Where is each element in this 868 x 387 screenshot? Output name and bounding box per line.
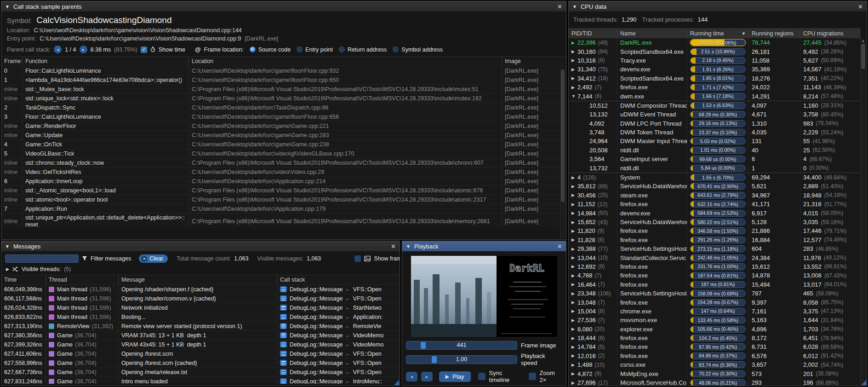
collapse-icon[interactable]: ▼ xyxy=(406,244,411,249)
process-row[interactable]: 3,564 GameInput server 69.68 us (0.00%) … xyxy=(569,155,861,163)
expand-icon[interactable]: ▼ xyxy=(571,94,577,98)
process-row[interactable]: 3,748 DWM Token Thread 23.37 ms (0.10%) … xyxy=(569,128,861,137)
message-row[interactable]: 606,117,568ns Main thread (31,596) Openi… xyxy=(1,294,400,303)
next-parent-button[interactable]: ▸ xyxy=(80,46,87,53)
process-row[interactable]: 20,508 ntdll.dll 1.01 ms (0.00%) 40 25 (… xyxy=(569,146,861,155)
collapse-icon[interactable]: ▼ xyxy=(5,4,10,9)
message-callstack[interactable]: DebugLog::Message ← VideoMemo xyxy=(277,331,400,340)
process-row[interactable]: ▶ 15,004 (8) chrome.exe 147 ms (0.64%) 7… xyxy=(569,307,861,316)
expand-icon[interactable]: ▶ xyxy=(571,371,577,376)
sync-timeline-checkbox[interactable] xyxy=(478,373,485,380)
message-callstack[interactable]: DebugLog::Message ← VFS::Open xyxy=(277,368,400,376)
expand-icon[interactable]: ▶ xyxy=(6,267,9,271)
process-row[interactable]: ▶ 10,316 (9) Tracy.exe 2.18 s (9.45%) 11… xyxy=(569,56,861,65)
process-row[interactable]: ▶ 4,768 (7) firefox.exe 187.54 ms (0.81%… xyxy=(569,271,861,280)
process-row[interactable]: 10,512 DWM Compositor Thread 1.53 s (6.6… xyxy=(569,101,861,110)
expand-icon[interactable]: ▶ xyxy=(571,291,577,296)
expand-icon[interactable]: ▶ xyxy=(571,49,577,54)
column-header-name[interactable]: Name xyxy=(617,29,687,38)
expand-icon[interactable]: ▶ xyxy=(571,363,577,367)
zoom-2x-checkbox[interactable] xyxy=(529,373,536,380)
expand-icon[interactable]: ▶ xyxy=(571,345,577,349)
callstack-row[interactable]: inline std::_Mutex_base::lock C:\Program… xyxy=(1,85,566,94)
callstack-row[interactable]: 7 Application::Run C:\Users\wolf\Desktop… xyxy=(1,204,566,214)
expand-icon[interactable]: ▶ xyxy=(571,309,577,313)
process-row[interactable]: ▶ 22,396 (49) DarkRL.exe 14.33 s (62.06%… xyxy=(569,38,861,47)
prev-parent-button[interactable]: ◂ xyxy=(54,46,62,53)
callstack-row[interactable]: 0 Floor::CalcLightNoLuminance C:\Users\w… xyxy=(1,66,566,75)
frame-image-slider[interactable]: 441 xyxy=(406,341,517,350)
callstack-row[interactable]: 6 Application::InnerLoop C:\Users\wolf\D… xyxy=(1,177,566,186)
callstack-row[interactable]: inline std::atomic<bool>::operator bool … xyxy=(1,195,566,204)
expand-icon[interactable]: ▶ xyxy=(571,76,577,81)
playback-speed-slider[interactable]: 1.00 xyxy=(406,355,517,364)
process-row[interactable]: 13,132 uDWM Event Thread 68.29 ms (0.30%… xyxy=(569,110,861,119)
message-row[interactable]: 627,831,246ns Game (36,704) Intro menu l… xyxy=(1,377,400,384)
expand-icon[interactable]: ▶ xyxy=(571,184,577,189)
column-header-regions[interactable]: Running regions xyxy=(749,29,800,38)
expand-icon[interactable]: ▶ xyxy=(571,67,577,72)
location-path[interactable]: C:\Users\wolf\Desktop\darkrl\src\game\vi… xyxy=(34,27,242,34)
column-header-frame[interactable]: Frame xyxy=(1,57,23,66)
process-row[interactable]: ▶ 13,048 (7) firefox.exe 154.28 ms (0.67… xyxy=(569,298,861,306)
frame-location-radio[interactable]: Source code xyxy=(250,46,291,53)
message-callstack[interactable]: DebugLog::Message ← VFS::Open xyxy=(277,349,400,358)
message-callstack[interactable]: DebugLog::Message ← VFS::Open xyxy=(277,358,400,367)
process-row[interactable]: ▶ 2,492 (7) firefox.exe 1.71 s (7.42%) 2… xyxy=(569,83,861,92)
process-row[interactable]: ▶ 8,080 (20) explorer.exe 105.66 ms (0.4… xyxy=(569,325,861,334)
process-row[interactable]: 4,092 DWM LPC Port Thread 29.16 ms (0.13… xyxy=(569,119,861,128)
cpu-scrollbar[interactable]: ▲ xyxy=(860,38,866,385)
process-row[interactable]: ▶ 30,456 (25) steam.exe 643.61 ms (2.79%… xyxy=(569,191,861,200)
expand-icon[interactable]: ▶ xyxy=(571,58,577,63)
callstack-row[interactable]: 2 TaskDispatch::Sync C:\Users\wolf\Deskt… xyxy=(1,103,566,112)
frame-location-radio[interactable]: Return address xyxy=(339,46,387,53)
process-row[interactable]: ▶ 15,652 (43) ServiceHub.DataWarehou 580… xyxy=(569,218,861,226)
entry-point-path[interactable]: C:\Users\wolf\Desktop\darkrl\src\game\vi… xyxy=(40,35,241,42)
scrollbar-thumb[interactable] xyxy=(861,44,865,69)
process-row[interactable]: ▶ 4 (126) System 1.55 s (6.70%) 69,294 3… xyxy=(569,173,861,182)
process-row[interactable]: ▶ 4,872 (9) MsMpEng.exe 70.22 ms (0.30%)… xyxy=(569,369,861,378)
collapse-icon[interactable]: ▼ xyxy=(572,4,577,9)
process-row[interactable]: ▶ 18,444 (6) firefox.exe 104.2 ms (0.45%… xyxy=(569,334,861,342)
expand-icon[interactable]: ▶ xyxy=(571,300,577,305)
process-row[interactable]: ▶ 11,820 (9) firefox.exe 346.58 ms (1.50… xyxy=(569,226,861,235)
message-row[interactable]: 626,024,328ns Main thread (31,596) Netwo… xyxy=(1,303,400,312)
callstack-row[interactable]: inline std::unique_ptr<Application,std::… xyxy=(1,214,566,228)
clear-button[interactable]: ✕ Clear xyxy=(139,254,168,263)
message-callstack[interactable]: DebugLog::Message ← VFS::Open xyxy=(277,294,400,303)
process-row[interactable]: ▶ 11,152 (12) firefox.exe 632.15 ms (2.7… xyxy=(569,200,861,208)
expand-icon[interactable]: ▶ xyxy=(571,220,577,225)
message-row[interactable]: 627,667,736ns Game (36,704) Opening /met… xyxy=(1,368,400,377)
expand-icon[interactable]: ▶ xyxy=(571,255,577,260)
column-header-thread[interactable]: Thread xyxy=(46,275,119,284)
close-icon[interactable]: ✕ xyxy=(557,243,562,250)
process-row[interactable]: 24,964 DWM Master Input Thread 5.03 ms (… xyxy=(569,137,861,145)
expand-icon[interactable]: ▶ xyxy=(571,193,577,197)
callstack-row[interactable]: inline Video::GetTicksHiRes C:\Users\wol… xyxy=(1,168,566,177)
message-callstack[interactable]: DebugLog::Message ← VFS::Open xyxy=(277,285,400,294)
column-header-pid[interactable]: PID/TID xyxy=(569,29,617,38)
message-callstack[interactable]: DebugLog::Message ← IntroMenu:: xyxy=(277,377,400,384)
process-row[interactable]: ▶ 35,812 (88) ServiceHub.DataWarehou 670… xyxy=(569,182,861,191)
message-row[interactable]: 627,558,996ns Game (36,704) Opening /for… xyxy=(1,358,400,368)
process-row[interactable]: ▶ 16,464 (7) firefox.exe 187 ms (0.81%) … xyxy=(569,280,861,289)
expand-icon[interactable]: ▶ xyxy=(571,327,577,331)
callstack-row[interactable]: inline std::unique_lock<std::mutex>::loc… xyxy=(1,94,566,103)
callstack-row[interactable]: inline Game::Update C:\Users\wolf\Deskto… xyxy=(1,131,566,140)
expand-icon[interactable]: ▶ xyxy=(571,85,577,90)
play-button[interactable]: ▶ Play xyxy=(439,371,471,382)
process-row[interactable]: ▶ 14,784 (5) firefox.exe 97.95 ms (0.42%… xyxy=(569,342,861,351)
process-row[interactable]: ▶ 1,488 (10) csrss.exe 83.74 ms (0.36%) … xyxy=(569,360,861,369)
process-row[interactable]: ▶ 11,828 (6) firefox.exe 291.26 ms (1.26… xyxy=(569,236,861,244)
process-row[interactable]: ▼ 7,144 (8) dwm.exe 1.66 s (7.18%) 14,29… xyxy=(569,92,861,100)
process-row[interactable]: ▶ 13,044 (10) StandardCollector.Servic 2… xyxy=(569,253,861,262)
resize-grip[interactable] xyxy=(394,380,399,385)
expand-icon[interactable]: ▶ xyxy=(571,211,577,215)
column-header-running-time[interactable]: Running time ▼ xyxy=(687,29,749,38)
callstack-row[interactable]: 4 Game::OnTick C:\Users\wolf\Desktop\dar… xyxy=(1,140,566,149)
message-row[interactable]: 606,049,398ns Main thread (31,596) Openi… xyxy=(1,285,400,294)
expand-icon[interactable]: ▶ xyxy=(571,273,577,278)
close-icon[interactable]: ✕ xyxy=(557,3,562,10)
expand-icon[interactable]: ▶ xyxy=(571,175,577,180)
process-row[interactable]: ▶ 12,016 (2) firefox.exe 84.89 ms (0.37%… xyxy=(569,352,861,360)
